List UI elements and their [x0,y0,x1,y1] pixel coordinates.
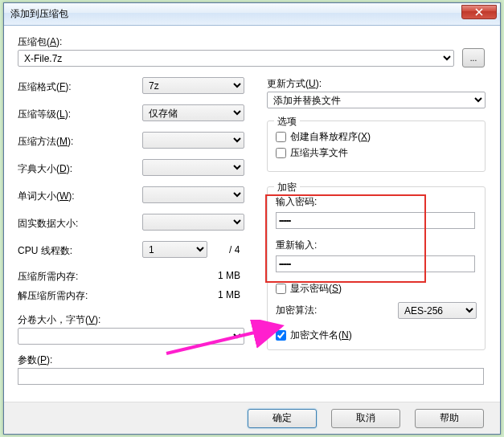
options-title: 选项 [274,115,300,129]
cpu-label: CPU 线程数: [18,244,72,258]
dialog-window: 添加到压缩包 压缩包(A): X-File.7z ... 压缩格式(F): 7z… [3,2,501,435]
share-checkbox[interactable] [276,148,286,158]
ok-button[interactable]: 确定 [248,409,317,428]
close-icon [475,8,483,16]
dialog-footer: 确定 取消 帮助 [4,402,500,434]
solid-label: 固实数据大小: [18,217,78,231]
split-label: 分卷大小，字节(V): [18,313,100,327]
encrypt-filenames[interactable]: 加密文件名(N) [276,329,477,342]
annotation-highlight [265,194,426,283]
enc-method-select[interactable]: AES-256 [398,302,477,319]
cpu-select[interactable]: 1 [142,241,207,258]
enc-method-label: 加密算法: [276,304,317,317]
option-sfx[interactable]: 创建自释放程序(X) [276,130,477,144]
cancel-button[interactable]: 取消 [331,409,400,428]
titlebar: 添加到压缩包 [4,3,500,26]
browse-button[interactable]: ... [462,48,485,67]
format-label: 压缩格式(F): [18,80,72,94]
method-select[interactable] [142,132,244,149]
window-title: 添加到压缩包 [10,7,68,21]
solid-select[interactable] [142,214,244,231]
archive-label: 压缩包(A): [18,35,62,49]
option-share[interactable]: 压缩共享文件 [276,146,477,160]
memd-value: 1 MB [218,289,240,300]
help-button[interactable]: 帮助 [415,409,484,428]
archive-combo[interactable]: X-File.7z [18,50,454,67]
update-select[interactable]: 添加并替换文件 [267,92,486,108]
params-input[interactable] [18,368,484,385]
params-label: 参数(P): [18,353,52,367]
memd-label: 解压缩所需内存: [18,289,88,303]
split-combo[interactable] [18,328,244,345]
dict-label: 字典大小(D): [18,162,72,176]
memc-value: 1 MB [218,270,240,281]
memc-label: 压缩所需内存: [18,270,78,284]
encryption-title: 加密 [274,181,300,194]
update-label: 更新方式(U): [267,77,322,91]
encrypt-filenames-checkbox[interactable] [276,330,286,341]
word-label: 单词大小(W): [18,190,75,203]
close-button[interactable] [461,5,497,19]
dict-select[interactable] [142,159,244,176]
options-group: 选项 创建自释放程序(X) 压缩共享文件 [267,120,486,172]
level-label: 压缩等级(L): [18,108,71,121]
word-select[interactable] [142,186,244,203]
sfx-checkbox[interactable] [276,132,286,142]
dialog-body: 压缩包(A): X-File.7z ... 压缩格式(F): 7z 压缩等级(L… [10,31,494,398]
show-password-checkbox[interactable] [276,284,286,294]
cpu-max: / 4 [229,244,240,255]
format-select[interactable]: 7z [142,77,244,94]
level-select[interactable]: 仅存储 [142,104,244,121]
method-label: 压缩方法(M): [18,135,73,149]
show-password[interactable]: 显示密码(S) [276,282,477,296]
